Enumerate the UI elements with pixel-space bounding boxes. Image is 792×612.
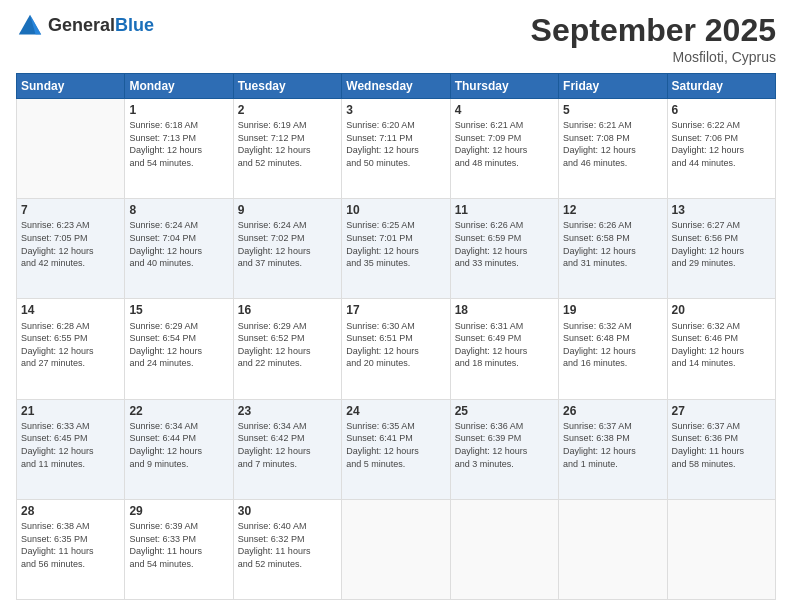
col-saturday: Saturday xyxy=(667,74,775,99)
day-number: 26 xyxy=(563,403,662,419)
day-info: Sunrise: 6:21 AM Sunset: 7:09 PM Dayligh… xyxy=(455,119,554,169)
day-info: Sunrise: 6:37 AM Sunset: 6:36 PM Dayligh… xyxy=(672,420,771,470)
table-row xyxy=(342,499,450,599)
day-number: 10 xyxy=(346,202,445,218)
day-info: Sunrise: 6:34 AM Sunset: 6:42 PM Dayligh… xyxy=(238,420,337,470)
day-info: Sunrise: 6:24 AM Sunset: 7:02 PM Dayligh… xyxy=(238,219,337,269)
table-row: 17Sunrise: 6:30 AM Sunset: 6:51 PM Dayli… xyxy=(342,299,450,399)
table-row xyxy=(559,499,667,599)
day-info: Sunrise: 6:32 AM Sunset: 6:48 PM Dayligh… xyxy=(563,320,662,370)
table-row: 15Sunrise: 6:29 AM Sunset: 6:54 PM Dayli… xyxy=(125,299,233,399)
table-row: 5Sunrise: 6:21 AM Sunset: 7:08 PM Daylig… xyxy=(559,99,667,199)
table-row: 21Sunrise: 6:33 AM Sunset: 6:45 PM Dayli… xyxy=(17,399,125,499)
table-row: 7Sunrise: 6:23 AM Sunset: 7:05 PM Daylig… xyxy=(17,199,125,299)
day-number: 12 xyxy=(563,202,662,218)
day-info: Sunrise: 6:36 AM Sunset: 6:39 PM Dayligh… xyxy=(455,420,554,470)
table-row: 29Sunrise: 6:39 AM Sunset: 6:33 PM Dayli… xyxy=(125,499,233,599)
day-number: 1 xyxy=(129,102,228,118)
week-row-3: 14Sunrise: 6:28 AM Sunset: 6:55 PM Dayli… xyxy=(17,299,776,399)
page: GeneralBlue September 2025 Mosfiloti, Cy… xyxy=(0,0,792,612)
day-info: Sunrise: 6:28 AM Sunset: 6:55 PM Dayligh… xyxy=(21,320,120,370)
week-row-1: 1Sunrise: 6:18 AM Sunset: 7:13 PM Daylig… xyxy=(17,99,776,199)
day-info: Sunrise: 6:29 AM Sunset: 6:54 PM Dayligh… xyxy=(129,320,228,370)
day-number: 6 xyxy=(672,102,771,118)
col-sunday: Sunday xyxy=(17,74,125,99)
day-number: 5 xyxy=(563,102,662,118)
day-number: 23 xyxy=(238,403,337,419)
col-friday: Friday xyxy=(559,74,667,99)
calendar-table: Sunday Monday Tuesday Wednesday Thursday… xyxy=(16,73,776,600)
day-number: 25 xyxy=(455,403,554,419)
day-info: Sunrise: 6:27 AM Sunset: 6:56 PM Dayligh… xyxy=(672,219,771,269)
day-number: 11 xyxy=(455,202,554,218)
day-number: 16 xyxy=(238,302,337,318)
col-thursday: Thursday xyxy=(450,74,558,99)
day-number: 4 xyxy=(455,102,554,118)
table-row: 18Sunrise: 6:31 AM Sunset: 6:49 PM Dayli… xyxy=(450,299,558,399)
table-row: 1Sunrise: 6:18 AM Sunset: 7:13 PM Daylig… xyxy=(125,99,233,199)
table-row: 4Sunrise: 6:21 AM Sunset: 7:09 PM Daylig… xyxy=(450,99,558,199)
day-number: 29 xyxy=(129,503,228,519)
header: GeneralBlue September 2025 Mosfiloti, Cy… xyxy=(16,12,776,65)
day-info: Sunrise: 6:34 AM Sunset: 6:44 PM Dayligh… xyxy=(129,420,228,470)
day-info: Sunrise: 6:18 AM Sunset: 7:13 PM Dayligh… xyxy=(129,119,228,169)
table-row: 10Sunrise: 6:25 AM Sunset: 7:01 PM Dayli… xyxy=(342,199,450,299)
table-row xyxy=(17,99,125,199)
calendar-header-row: Sunday Monday Tuesday Wednesday Thursday… xyxy=(17,74,776,99)
table-row: 9Sunrise: 6:24 AM Sunset: 7:02 PM Daylig… xyxy=(233,199,341,299)
day-info: Sunrise: 6:22 AM Sunset: 7:06 PM Dayligh… xyxy=(672,119,771,169)
week-row-2: 7Sunrise: 6:23 AM Sunset: 7:05 PM Daylig… xyxy=(17,199,776,299)
table-row: 27Sunrise: 6:37 AM Sunset: 6:36 PM Dayli… xyxy=(667,399,775,499)
table-row: 30Sunrise: 6:40 AM Sunset: 6:32 PM Dayli… xyxy=(233,499,341,599)
day-number: 7 xyxy=(21,202,120,218)
day-number: 21 xyxy=(21,403,120,419)
month-title: September 2025 xyxy=(531,12,776,49)
day-info: Sunrise: 6:35 AM Sunset: 6:41 PM Dayligh… xyxy=(346,420,445,470)
table-row: 23Sunrise: 6:34 AM Sunset: 6:42 PM Dayli… xyxy=(233,399,341,499)
logo-general: General xyxy=(48,15,115,35)
day-number: 3 xyxy=(346,102,445,118)
day-info: Sunrise: 6:26 AM Sunset: 6:59 PM Dayligh… xyxy=(455,219,554,269)
table-row: 11Sunrise: 6:26 AM Sunset: 6:59 PM Dayli… xyxy=(450,199,558,299)
day-number: 2 xyxy=(238,102,337,118)
table-row: 2Sunrise: 6:19 AM Sunset: 7:12 PM Daylig… xyxy=(233,99,341,199)
logo-icon xyxy=(16,12,44,40)
table-row xyxy=(450,499,558,599)
table-row: 13Sunrise: 6:27 AM Sunset: 6:56 PM Dayli… xyxy=(667,199,775,299)
day-info: Sunrise: 6:32 AM Sunset: 6:46 PM Dayligh… xyxy=(672,320,771,370)
day-number: 8 xyxy=(129,202,228,218)
day-number: 19 xyxy=(563,302,662,318)
table-row: 8Sunrise: 6:24 AM Sunset: 7:04 PM Daylig… xyxy=(125,199,233,299)
day-number: 22 xyxy=(129,403,228,419)
day-number: 20 xyxy=(672,302,771,318)
day-number: 9 xyxy=(238,202,337,218)
day-info: Sunrise: 6:31 AM Sunset: 6:49 PM Dayligh… xyxy=(455,320,554,370)
day-info: Sunrise: 6:33 AM Sunset: 6:45 PM Dayligh… xyxy=(21,420,120,470)
table-row: 28Sunrise: 6:38 AM Sunset: 6:35 PM Dayli… xyxy=(17,499,125,599)
day-info: Sunrise: 6:26 AM Sunset: 6:58 PM Dayligh… xyxy=(563,219,662,269)
logo-blue: Blue xyxy=(115,15,154,35)
day-number: 18 xyxy=(455,302,554,318)
day-info: Sunrise: 6:39 AM Sunset: 6:33 PM Dayligh… xyxy=(129,520,228,570)
day-number: 17 xyxy=(346,302,445,318)
day-info: Sunrise: 6:19 AM Sunset: 7:12 PM Dayligh… xyxy=(238,119,337,169)
day-number: 14 xyxy=(21,302,120,318)
table-row: 19Sunrise: 6:32 AM Sunset: 6:48 PM Dayli… xyxy=(559,299,667,399)
logo-text: GeneralBlue xyxy=(48,16,154,36)
location: Mosfiloti, Cyprus xyxy=(531,49,776,65)
day-info: Sunrise: 6:24 AM Sunset: 7:04 PM Dayligh… xyxy=(129,219,228,269)
table-row: 16Sunrise: 6:29 AM Sunset: 6:52 PM Dayli… xyxy=(233,299,341,399)
week-row-4: 21Sunrise: 6:33 AM Sunset: 6:45 PM Dayli… xyxy=(17,399,776,499)
day-number: 24 xyxy=(346,403,445,419)
table-row: 14Sunrise: 6:28 AM Sunset: 6:55 PM Dayli… xyxy=(17,299,125,399)
day-number: 27 xyxy=(672,403,771,419)
day-info: Sunrise: 6:37 AM Sunset: 6:38 PM Dayligh… xyxy=(563,420,662,470)
day-number: 13 xyxy=(672,202,771,218)
table-row: 12Sunrise: 6:26 AM Sunset: 6:58 PM Dayli… xyxy=(559,199,667,299)
table-row: 26Sunrise: 6:37 AM Sunset: 6:38 PM Dayli… xyxy=(559,399,667,499)
day-info: Sunrise: 6:40 AM Sunset: 6:32 PM Dayligh… xyxy=(238,520,337,570)
table-row: 6Sunrise: 6:22 AM Sunset: 7:06 PM Daylig… xyxy=(667,99,775,199)
title-section: September 2025 Mosfiloti, Cyprus xyxy=(531,12,776,65)
day-info: Sunrise: 6:23 AM Sunset: 7:05 PM Dayligh… xyxy=(21,219,120,269)
day-number: 15 xyxy=(129,302,228,318)
